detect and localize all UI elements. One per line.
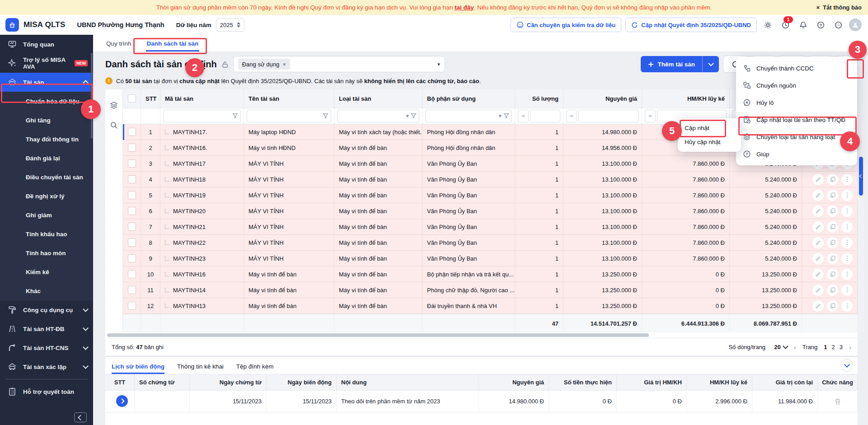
sidebar-item-6[interactable]: Tài sản HT-CNS [0,338,93,357]
filter-equals-operator[interactable]: = [645,110,656,122]
duplicate-button[interactable] [827,237,838,248]
more-apps-button[interactable] [831,18,845,32]
row-more-button[interactable] [841,205,853,217]
avatar[interactable] [849,19,862,31]
row-checkbox[interactable] [128,270,136,278]
menu-item-1[interactable]: Chuyển thành CCDC [736,60,857,77]
sidebar-item-4[interactable]: Công cụ dụng cụ [0,300,93,319]
sidebar-item-8[interactable]: Hỗ trợ quyết toán [0,382,93,401]
filter-funnel-icon[interactable] [411,113,417,119]
table-row[interactable]: 10MAYTINH16Máy vi tính để bànMáy vi tính… [123,266,858,282]
vertical-scrollbar[interactable] [858,89,864,332]
filter-input-dept[interactable]: ▾ [425,110,512,122]
page-number-1[interactable]: 1 [824,344,827,350]
row-more-button[interactable] [841,221,853,233]
select-all-checkbox[interactable] [128,94,136,103]
row-checkbox[interactable] [128,254,136,262]
filter-equals-operator[interactable]: = [566,110,577,122]
duplicate-button[interactable] [827,285,838,296]
dismiss-notification-button[interactable]: × Tắt thông báo [816,0,862,15]
detail-table-row[interactable]: 115/11/202315/11/2023Theo dõi trên phần … [105,391,858,412]
row-more-button[interactable] [841,285,853,296]
filter-input-type[interactable]: ▾ [337,110,419,122]
detail-tab-2[interactable]: Thông tin kê khai [177,363,224,374]
duplicate-button[interactable] [827,205,838,217]
add-asset-button[interactable]: Thêm tài sản [641,56,719,72]
detail-tab-1[interactable]: Lịch sử biến động [112,363,164,374]
year-stepper[interactable] [237,22,240,28]
edit-button[interactable] [812,253,824,264]
table-row[interactable]: 8MAYTINH22MÁY VI TÍNHMáy vi tính để bànV… [123,235,858,251]
menu-item-2[interactable]: Chuyển nguồn [736,77,857,94]
notifications-button[interactable] [796,18,810,32]
sidebar-item-5[interactable]: Tài sản HT-ĐB [0,319,93,338]
group-layers-icon[interactable] [110,101,118,109]
duplicate-button[interactable] [827,174,838,185]
menu-item-3[interactable]: Hủy lô [736,94,857,111]
filter-funnel-icon[interactable] [503,113,509,119]
sidebar-subitem[interactable]: Tính hao mòn [0,243,93,262]
tab-1[interactable]: Quy trình [105,40,132,51]
edit-button[interactable] [812,205,824,217]
sidebar-scrollbar[interactable] [91,53,93,139]
duplicate-button[interactable] [827,221,838,233]
prev-page-button[interactable]: ‹ [794,343,796,351]
edit-button[interactable] [812,190,824,201]
row-more-button[interactable] [841,190,853,201]
table-row[interactable]: 9MAYTINH23MÁY VI TÍNHMáy vi tính để bànV… [123,251,858,266]
status-filter-select[interactable]: Đang sử dụng × ▾ [233,56,445,72]
renew-link[interactable]: tại đây [455,4,474,11]
sidebar-subitem[interactable]: Đánh giá lại [0,149,93,168]
table-row[interactable]: 7MAYTINH21MÁY VI TÍNHMáy vi tính để bànV… [123,219,858,235]
status-filter-chip[interactable]: Đang sử dụng × [238,59,290,70]
row-more-button[interactable] [841,174,853,185]
sidebar-item-1[interactable]: Tổng quan [0,35,93,54]
expert-check-button[interactable]: Cần chuyên gia kiểm tra dữ liệu [511,18,622,32]
row-checkbox[interactable] [128,191,136,199]
next-page-button[interactable]: › [849,343,851,351]
vertical-scrollbar-thumb[interactable] [859,157,863,196]
filter-funnel-icon[interactable] [323,113,328,119]
menu-item-5[interactable]: Chuyển loại tài sản hàng loạt [736,128,857,145]
year-select[interactable]: 2025 [216,18,244,32]
sidebar-subitem[interactable]: Khác [0,281,93,300]
rows-per-page-select[interactable]: Số dòng/trang 20 [728,344,787,350]
unlock-icon[interactable] [221,61,229,68]
filter-input-cost[interactable] [578,110,639,122]
edit-button[interactable] [812,285,824,296]
settings-button[interactable] [761,18,774,32]
expand-side-strip-button[interactable] [116,395,128,407]
delete-row-button[interactable] [834,398,841,405]
sidebar-subitem[interactable]: Ghi giảm [0,205,93,224]
detail-tab-3[interactable]: Tệp đính kèm [236,363,274,374]
context-menu-item-1[interactable]: Cập nhật [678,121,741,135]
filter-input-name[interactable] [247,110,331,122]
update-decision-button[interactable]: Cập nhật Quyết định 35/2025/QĐ-UBND [625,18,757,32]
page-number-3[interactable]: 3 [840,344,843,350]
edit-button[interactable] [812,237,824,248]
menu-item-6[interactable]: ?Giúp [736,145,857,163]
search-icon[interactable] [110,121,118,129]
row-checkbox[interactable] [128,286,136,294]
sidebar-subitem[interactable]: Kiểm kê [0,262,93,281]
sidebar-subitem[interactable]: Ghi tăng [0,111,93,130]
help-button[interactable]: ? [814,18,827,32]
tab-2[interactable]: Danh sách tài sản [146,40,200,51]
row-checkbox[interactable] [128,159,136,168]
sidebar-subitem[interactable]: Thay đổi thông tin [0,130,93,149]
table-row[interactable]: 6MAYTINH20MÁY VI TÍNHMáy vi tính để bànV… [123,203,858,219]
row-checkbox[interactable] [128,175,136,183]
table-row[interactable]: 4MAYTINH18MÁY VI TÍNHMáy vi tính để bànV… [123,172,858,187]
sidebar-subitem[interactable]: Đề nghị xử lý [0,187,93,205]
context-menu-item-2[interactable]: Hủy cập nhật [678,135,741,149]
filter-input-qty[interactable] [530,110,560,122]
sidebar-item-2[interactable]: Trợ lý số MISA AVANEW [0,54,93,73]
filter-funnel-icon[interactable] [232,113,238,119]
sidebar-subitem[interactable]: Chuẩn hóa dữ liệu [0,92,93,111]
history-button[interactable]: 1 [779,18,792,32]
add-asset-dropdown[interactable] [702,56,719,72]
sidebar-item-3[interactable]: Tài sản [0,73,93,92]
filter-equals-operator[interactable]: = [518,110,529,122]
collapse-detail-button[interactable] [840,359,853,372]
row-checkbox[interactable] [128,302,136,310]
